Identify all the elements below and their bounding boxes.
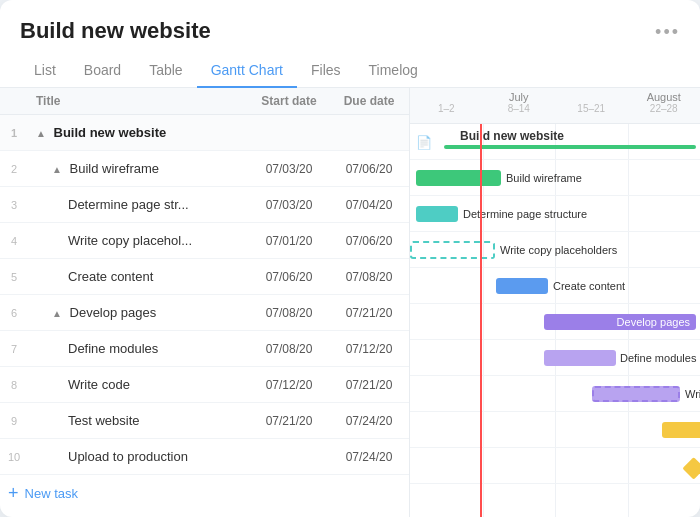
gantt-row-4: Write copy placeholders bbox=[410, 232, 700, 268]
row-due: 07/06/20 bbox=[329, 162, 409, 176]
tab-files[interactable]: Files bbox=[297, 54, 355, 88]
gantt-bar-label-wireframe: Build wireframe bbox=[506, 172, 582, 184]
row-title: Create content bbox=[28, 269, 249, 284]
today-line bbox=[480, 124, 482, 517]
row-start: 07/21/20 bbox=[249, 414, 329, 428]
row-num: 7 bbox=[0, 343, 28, 355]
gantt-row-1: 📄 Build new website bbox=[410, 124, 700, 160]
row-num: 1 bbox=[0, 127, 28, 139]
collapse-icon[interactable]: ▲ bbox=[52, 164, 62, 175]
gantt-row-10 bbox=[410, 448, 700, 484]
row-num: 6 bbox=[0, 307, 28, 319]
gantt-bar-label-develop: Develop pages bbox=[613, 316, 694, 328]
row-start: 07/03/20 bbox=[249, 162, 329, 176]
col-num-header bbox=[0, 88, 28, 114]
gantt-row-8: Write code bbox=[410, 376, 700, 412]
row-due: 07/08/20 bbox=[329, 270, 409, 284]
gantt-milestone-diamond[interactable] bbox=[682, 457, 700, 480]
row-start: 07/08/20 bbox=[249, 342, 329, 356]
add-task-label: New task bbox=[25, 486, 78, 501]
row-due: 07/21/20 bbox=[329, 378, 409, 392]
col-due-header: Due date bbox=[329, 88, 409, 114]
row-due: 07/24/20 bbox=[329, 450, 409, 464]
collapse-icon[interactable]: ▲ bbox=[36, 128, 46, 139]
row-start: 07/03/20 bbox=[249, 198, 329, 212]
gantt-bar-wireframe[interactable] bbox=[416, 170, 501, 186]
row-num: 8 bbox=[0, 379, 28, 391]
row-title: ▲ Build new website bbox=[28, 125, 249, 140]
row-num: 3 bbox=[0, 199, 28, 211]
gantt-bar-content[interactable] bbox=[496, 278, 548, 294]
gantt-bar-copy[interactable] bbox=[410, 241, 495, 259]
gantt-week-4: 22–28 bbox=[628, 103, 701, 117]
gantt-bar-label-modules: Define modules bbox=[620, 352, 696, 364]
app-card: Build new website ••• List Board Table G… bbox=[0, 0, 700, 517]
row-title: Test website bbox=[28, 413, 249, 428]
row-num: 9 bbox=[0, 415, 28, 427]
table-area: Title Start date Due date 1 ▲ Build new … bbox=[0, 88, 410, 517]
table-row: 5 Create content 07/06/20 07/08/20 bbox=[0, 259, 409, 295]
gantt-group-bar bbox=[444, 145, 696, 149]
row-title: ▲ Build wireframe bbox=[28, 161, 249, 176]
row-title: Determine page str... bbox=[28, 197, 249, 212]
row-title: Write code bbox=[28, 377, 249, 392]
gantt-header: July August 1–2 8–14 15–21 22–28 bbox=[410, 88, 700, 124]
table-row: 9 Test website 07/21/20 07/24/20 bbox=[0, 403, 409, 439]
gantt-row-5: Create content bbox=[410, 268, 700, 304]
tab-timelog[interactable]: Timelog bbox=[355, 54, 432, 88]
row-title: Define modules bbox=[28, 341, 249, 356]
gantt-row-6: Develop pages bbox=[410, 304, 700, 340]
row-num: 4 bbox=[0, 235, 28, 247]
gantt-row-3: Determine page structure bbox=[410, 196, 700, 232]
tab-board[interactable]: Board bbox=[70, 54, 135, 88]
gantt-month-august: August bbox=[628, 91, 701, 103]
row-due: 07/24/20 bbox=[329, 414, 409, 428]
header: Build new website ••• bbox=[0, 0, 700, 44]
plus-icon: + bbox=[8, 483, 19, 504]
table-row: 1 ▲ Build new website bbox=[0, 115, 409, 151]
gantt-bar-label: Build new website bbox=[460, 129, 564, 143]
gantt-row-2: Build wireframe bbox=[410, 160, 700, 196]
gantt-bar-label-determine: Determine page structure bbox=[463, 208, 587, 220]
gantt-bar-test[interactable] bbox=[662, 422, 700, 438]
gantt-bar-determine[interactable] bbox=[416, 206, 458, 222]
table-row: 10 Upload to production 07/24/20 bbox=[0, 439, 409, 475]
gantt-week-2: 8–14 bbox=[483, 103, 556, 117]
more-options-icon[interactable]: ••• bbox=[655, 22, 680, 43]
add-task-row[interactable]: + New task bbox=[0, 475, 409, 512]
gantt-bar-label-content: Create content bbox=[553, 280, 625, 292]
table-row: 6 ▲ Develop pages 07/08/20 07/21/20 bbox=[0, 295, 409, 331]
table-row: 7 Define modules 07/08/20 07/12/20 bbox=[0, 331, 409, 367]
tab-table[interactable]: Table bbox=[135, 54, 196, 88]
row-title: Write copy placehol... bbox=[28, 233, 249, 248]
main-area: Title Start date Due date 1 ▲ Build new … bbox=[0, 88, 700, 517]
gantt-bar-code[interactable] bbox=[592, 386, 680, 402]
row-due: 07/06/20 bbox=[329, 234, 409, 248]
row-title: Upload to production bbox=[28, 449, 249, 464]
row-due: 07/12/20 bbox=[329, 342, 409, 356]
gantt-months: July August bbox=[410, 88, 700, 103]
gantt-bar-label-code: Write code bbox=[685, 388, 700, 400]
table-row: 2 ▲ Build wireframe 07/03/20 07/06/20 bbox=[0, 151, 409, 187]
gantt-month-july: July bbox=[410, 91, 628, 103]
row-start: 07/12/20 bbox=[249, 378, 329, 392]
gantt-week-3: 15–21 bbox=[555, 103, 628, 117]
table-row: 8 Write code 07/12/20 07/21/20 bbox=[0, 367, 409, 403]
gantt-bar-modules[interactable] bbox=[544, 350, 616, 366]
row-start: 07/06/20 bbox=[249, 270, 329, 284]
table-row: 4 Write copy placehol... 07/01/20 07/06/… bbox=[0, 223, 409, 259]
gantt-week-1: 1–2 bbox=[410, 103, 483, 117]
gantt-bar-label-copy: Write copy placeholders bbox=[500, 244, 617, 256]
gantt-row-7: Define modules bbox=[410, 340, 700, 376]
col-title-header: Title bbox=[28, 88, 249, 114]
collapse-icon[interactable]: ▲ bbox=[52, 308, 62, 319]
tab-bar: List Board Table Gantt Chart Files Timel… bbox=[0, 48, 700, 88]
gantt-area: July August 1–2 8–14 15–21 22–28 bbox=[410, 88, 700, 517]
project-title: Build new website bbox=[20, 18, 211, 44]
row-num: 2 bbox=[0, 163, 28, 175]
tab-gantt[interactable]: Gantt Chart bbox=[197, 54, 297, 88]
doc-icon: 📄 bbox=[416, 134, 432, 149]
row-start: 07/08/20 bbox=[249, 306, 329, 320]
tab-list[interactable]: List bbox=[20, 54, 70, 88]
row-due: 07/04/20 bbox=[329, 198, 409, 212]
